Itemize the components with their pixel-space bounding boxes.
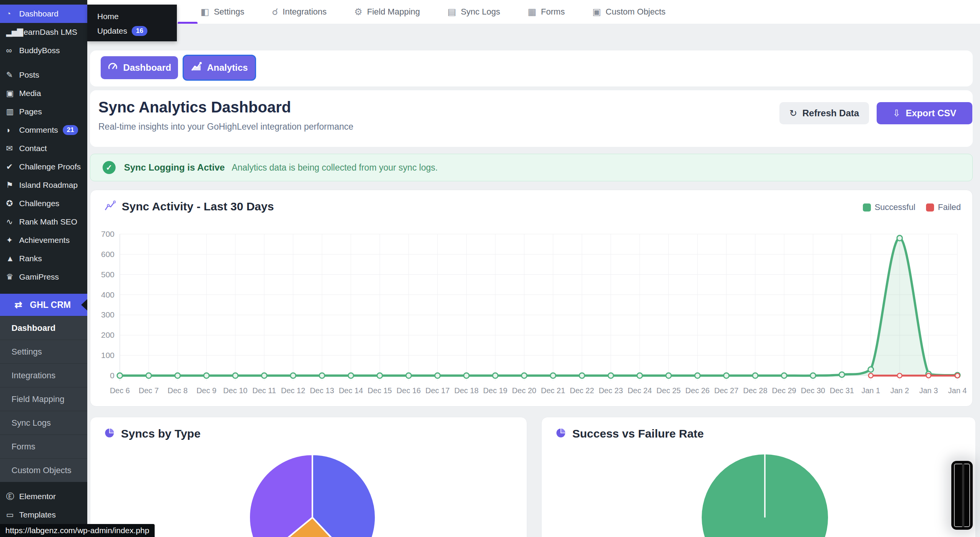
sidebar-item-ranks[interactable]: ▲Ranks: [0, 249, 87, 268]
submenu-item-sync-logs[interactable]: Sync Logs: [0, 411, 87, 434]
wordpress-admin-screen: ◧Settings☌Integrations⚙Field Mapping▤Syn…: [0, 0, 980, 537]
submenu-item-settings[interactable]: Settings: [0, 340, 87, 363]
svg-text:Dec 13: Dec 13: [310, 386, 334, 395]
flyout-item-updates[interactable]: Updates16: [87, 24, 177, 38]
sidebar-item-comments[interactable]: ◗Comments21: [0, 121, 87, 139]
gauge-icon: [108, 62, 118, 74]
topnav-item-custom-objects[interactable]: ▣Custom Objects: [592, 7, 665, 17]
submenu-item-integrations[interactable]: Integrations: [0, 363, 87, 387]
sidebar-item-contact[interactable]: ✉Contact: [0, 139, 87, 158]
sidebar-item-label: LearnDash LMS: [19, 28, 77, 37]
floating-dark-widget[interactable]: [951, 461, 973, 530]
svg-text:Dec 31: Dec 31: [830, 386, 854, 395]
sidebar-item-posts[interactable]: ✎Posts: [0, 66, 87, 84]
plugin-top-nav: ◧Settings☌Integrations⚙Field Mapping▤Syn…: [201, 0, 666, 24]
sidebar-item-challenge-proofs[interactable]: ✔Challenge Proofs: [0, 158, 87, 176]
analytics-chart-icon: [191, 62, 202, 74]
chart-card-header: Sync Activity - Last 30 Days: [104, 200, 274, 213]
svg-text:100: 100: [101, 351, 114, 360]
sidebar-item-island-roadmap[interactable]: ⚑Island Roadmap: [0, 176, 87, 194]
sidebar-item-label: Ranks: [19, 254, 42, 263]
topnav-item-forms[interactable]: ▦Forms: [528, 7, 565, 17]
sidebar-item-label: Rank Math SEO: [19, 217, 77, 226]
svg-text:Dec 19: Dec 19: [483, 386, 507, 395]
count-badge: 21: [63, 125, 78, 135]
sidebar-item-achievements[interactable]: ✦Achievements: [0, 231, 87, 249]
topnav-item-label: Field Mapping: [367, 7, 420, 17]
svg-text:Jan 4: Jan 4: [948, 386, 967, 395]
submenu-item-field-mapping[interactable]: Field Mapping: [0, 387, 87, 411]
dashboard-view-button[interactable]: Dashboard: [101, 56, 178, 79]
flyout-item-label: Updates: [97, 26, 127, 36]
svg-text:Dec 10: Dec 10: [223, 386, 247, 395]
analytics-view-button[interactable]: Analytics: [183, 55, 256, 81]
view-toggle-card: Dashboard Analytics: [90, 50, 973, 86]
svg-text:600: 600: [101, 250, 114, 259]
svg-text:Jan 3: Jan 3: [919, 386, 938, 395]
refresh-data-button[interactable]: ↻ Refresh Data: [779, 102, 869, 124]
svg-text:200: 200: [101, 330, 114, 339]
media-icon: ▣: [6, 89, 19, 98]
chart-title: Success vs Failure Rate: [572, 427, 704, 440]
sidebar-item-learndash-lms[interactable]: ▂▅▇LearnDash LMS: [0, 23, 87, 41]
status-bar-url: https://labgenz.com/wp-admin/index.php: [0, 524, 155, 537]
sidebar-item-elementor[interactable]: ⒺElementor: [0, 487, 87, 506]
sidebar-item-label: Media: [19, 89, 41, 98]
comments-icon: ◗: [6, 125, 19, 135]
svg-text:Dec 16: Dec 16: [397, 386, 421, 395]
sidebar-item-dashboard[interactable]: ◔Dashboard: [0, 5, 87, 23]
svg-text:Dec 28: Dec 28: [743, 386, 767, 395]
sidebar-menu: ◔Dashboard▂▅▇LearnDash LMS∞BuddyBoss✎Pos…: [0, 5, 87, 286]
sidebar-item-rank-math-seo[interactable]: ∿Rank Math SEO: [0, 213, 87, 231]
sidebar-item-templates[interactable]: ▭Templates: [0, 506, 87, 524]
svg-text:0: 0: [110, 371, 114, 380]
ranks-icon: ▲: [6, 254, 19, 263]
svg-text:Dec 24: Dec 24: [627, 386, 652, 395]
refresh-icon: ↻: [789, 108, 797, 119]
sidebar-item-label: Challenges: [19, 199, 59, 208]
page-subtitle: Real-time insights into your GoHighLevel…: [98, 122, 353, 132]
sidebar-item-challenges[interactable]: ✪Challenges: [0, 194, 87, 213]
svg-text:Dec 8: Dec 8: [168, 386, 188, 395]
submenu-item-label: Custom Objects: [11, 465, 72, 475]
submenu-item-dashboard[interactable]: Dashboard: [0, 316, 87, 340]
download-icon: ⇩: [893, 108, 900, 119]
legend-successful[interactable]: Successful: [863, 202, 915, 212]
flyout-item-home[interactable]: Home: [87, 9, 177, 24]
topnav-item-integrations[interactable]: ☌Integrations: [272, 7, 327, 17]
topnav-item-field-mapping[interactable]: ⚙Field Mapping: [354, 7, 420, 17]
submenu-item-forms[interactable]: Forms: [0, 434, 87, 458]
svg-text:Jan 2: Jan 2: [890, 386, 909, 395]
export-csv-button[interactable]: ⇩ Export CSV: [877, 102, 972, 124]
submenu-item-custom-objects[interactable]: Custom Objects: [0, 458, 87, 482]
sidebar-item-media[interactable]: ▣Media: [0, 84, 87, 103]
sidebar-item-pages[interactable]: ▥Pages: [0, 103, 87, 121]
page-title: Sync Analytics Dashboard: [98, 99, 291, 116]
submenu-item-label: Forms: [11, 442, 35, 452]
successful-swatch: [863, 203, 871, 212]
sidebar-item-buddyboss[interactable]: ∞BuddyBoss: [0, 41, 87, 60]
topnav-item-settings[interactable]: ◧Settings: [201, 7, 244, 17]
island-roadmap-icon: ⚑: [6, 181, 19, 190]
sidebar-item-gamipress[interactable]: ♛GamiPress: [0, 268, 87, 286]
sidebar-item-ghl-crm[interactable]: ⇄ GHL CRM: [0, 294, 87, 316]
contact-icon: ✉: [6, 144, 19, 153]
sidebar-item-label: Contact: [19, 144, 47, 153]
ghl-crm-icon: ⇄: [15, 299, 30, 310]
svg-text:500: 500: [101, 270, 114, 279]
chart-title: Sync Activity - Last 30 Days: [122, 200, 274, 213]
topnav-item-sync-logs[interactable]: ▤Sync Logs: [448, 7, 500, 17]
legend-failed[interactable]: Failed: [926, 202, 961, 212]
pie-card-header: Syncs by Type: [104, 427, 201, 440]
svg-text:Jan 1: Jan 1: [861, 386, 880, 395]
svg-text:400: 400: [101, 290, 114, 299]
top-navigation-bar: ◧Settings☌Integrations⚙Field Mapping▤Syn…: [87, 0, 980, 24]
pie-chart-icon: [104, 428, 115, 440]
svg-text:Dec 15: Dec 15: [368, 386, 392, 395]
svg-text:Dec 29: Dec 29: [772, 386, 796, 395]
svg-text:Dec 18: Dec 18: [454, 386, 479, 395]
forms-icon: ▦: [528, 7, 536, 17]
custom-objects-icon: ▣: [592, 7, 601, 17]
svg-text:Dec 23: Dec 23: [599, 386, 623, 395]
sidebar-item-label: GHL CRM: [30, 300, 71, 310]
